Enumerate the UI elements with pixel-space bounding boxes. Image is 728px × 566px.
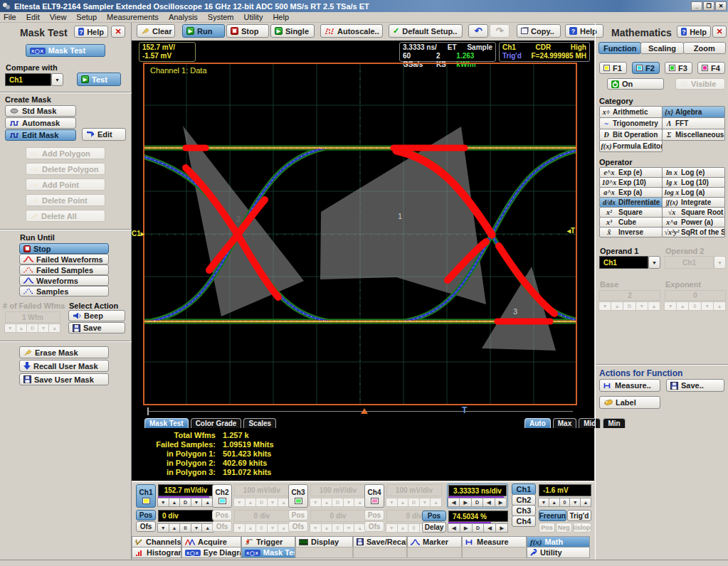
coarse-right-icon[interactable]: ▶ bbox=[495, 523, 508, 533]
fine-left-icon[interactable]: ◀ bbox=[448, 498, 460, 507]
fine-up-icon[interactable]: ▲ bbox=[676, 301, 689, 311]
dock-mask-test[interactable]: X◯X Mask Test bbox=[241, 547, 295, 558]
dock-utility[interactable]: Utility bbox=[527, 547, 590, 558]
default-button[interactable]: D bbox=[623, 301, 635, 311]
dropdown-arrow-icon[interactable]: ▼ bbox=[51, 73, 63, 86]
default-button[interactable]: D bbox=[255, 498, 268, 507]
minimize-icon[interactable]: _ bbox=[691, 1, 702, 11]
default-button[interactable]: D bbox=[332, 498, 344, 507]
freerun-button[interactable]: Freerun bbox=[539, 510, 566, 521]
slope-bislope-button[interactable]: Bislope bbox=[573, 523, 591, 533]
menu-file[interactable]: File bbox=[4, 13, 16, 21]
f2-button[interactable]: F2 bbox=[632, 62, 660, 74]
coarse-down-icon[interactable]: ▼ bbox=[701, 301, 714, 311]
run-button[interactable]: ▶ Run bbox=[182, 24, 225, 38]
save-user-mask-button[interactable]: Save User Mask bbox=[19, 373, 109, 385]
fine-up-icon[interactable]: ▲ bbox=[397, 498, 409, 507]
run-until-failed-waveforms[interactable]: Failed Waveforms bbox=[19, 254, 109, 265]
add-point-button[interactable]: + Add Point bbox=[26, 178, 105, 191]
fine-down-icon[interactable]: ▼ bbox=[233, 523, 246, 533]
fine-down-icon[interactable]: ▼ bbox=[310, 498, 322, 507]
dock-math[interactable]: f(x) Math bbox=[527, 536, 590, 548]
pos-button[interactable]: Pos bbox=[422, 511, 446, 521]
slope-pos-button[interactable]: Pos bbox=[539, 523, 555, 533]
pos-button[interactable]: Pos bbox=[288, 510, 308, 520]
dock-eye-diagram[interactable]: X◯X Eye Diagram bbox=[181, 547, 241, 558]
dock-trigger[interactable]: Trigger bbox=[241, 536, 295, 548]
menu-measurements[interactable]: Measurements bbox=[107, 13, 159, 21]
fine-right-icon[interactable]: ▶ bbox=[459, 498, 471, 507]
mask-test-toggle-button[interactable]: X◯X Mask Test bbox=[26, 44, 105, 57]
trigger-source-ch4[interactable]: Ch4 bbox=[512, 516, 536, 527]
horizontal-position-strip[interactable]: T bbox=[143, 407, 577, 417]
tab-max[interactable]: Max bbox=[553, 418, 576, 428]
tab-mask-test[interactable]: Mask Test bbox=[144, 418, 189, 428]
ofs-button[interactable]: Ofs bbox=[136, 521, 156, 532]
zero-button[interactable]: 0 bbox=[179, 523, 191, 533]
math-close-button[interactable]: ✕ bbox=[712, 26, 727, 38]
f1-button[interactable]: F1 bbox=[599, 62, 627, 74]
ch1-button[interactable]: Ch1 bbox=[136, 484, 156, 508]
function-on-button[interactable]: On bbox=[607, 78, 664, 90]
default-button[interactable]: D bbox=[471, 498, 483, 507]
edit-button[interactable]: Edit bbox=[82, 128, 126, 141]
default-button[interactable]: D bbox=[26, 324, 38, 333]
recall-user-mask-button[interactable]: Recall User Mask bbox=[19, 360, 109, 372]
fine-up-icon[interactable]: ▲ bbox=[16, 324, 28, 333]
f3-button[interactable]: F3 bbox=[665, 62, 692, 74]
coarse-down-icon[interactable]: ▼ bbox=[267, 498, 279, 507]
menu-utility[interactable]: Utility bbox=[244, 13, 263, 21]
zero-button[interactable]: 0 bbox=[255, 523, 268, 533]
trigger-source-ch1[interactable]: Ch1 bbox=[512, 484, 536, 495]
coarse-down-icon[interactable]: ▼ bbox=[191, 498, 203, 507]
run-until-samples[interactable]: Samples bbox=[19, 286, 109, 297]
single-button[interactable]: ▶ Single bbox=[270, 24, 315, 38]
category-miscellaneous[interactable]: Σ Miscellaneous bbox=[662, 129, 725, 141]
save-action-button[interactable]: Save bbox=[68, 322, 125, 333]
coarse-down-icon[interactable]: ▼ bbox=[343, 523, 355, 533]
tab-scales[interactable]: Scales bbox=[243, 418, 276, 428]
menu-edit[interactable]: Edit bbox=[26, 13, 40, 21]
stop-button[interactable]: Stop bbox=[226, 24, 269, 38]
coarse-down-icon[interactable]: ▼ bbox=[569, 498, 581, 507]
category-arithmetic[interactable]: x÷ Arithmetic bbox=[599, 106, 663, 118]
fine-up-icon[interactable]: ▲ bbox=[245, 498, 257, 507]
operand1-dropdown[interactable]: Ch1 ▼ bbox=[599, 256, 660, 269]
ch2-button[interactable]: Ch2 bbox=[212, 484, 232, 508]
coarse-down-icon[interactable]: ▼ bbox=[635, 301, 648, 311]
slope-neg-button[interactable]: Neg bbox=[556, 523, 572, 533]
operator-sqrt-of-squares[interactable]: √x²y²SqRt of the S bbox=[662, 227, 725, 237]
automask-button[interactable]: Automask bbox=[5, 117, 76, 129]
delete-all-button[interactable]: Delete All bbox=[26, 210, 105, 222]
edit-mask-button[interactable]: Edit Mask bbox=[5, 129, 76, 141]
save-function-button[interactable]: Save.. bbox=[666, 379, 724, 392]
operator-square[interactable]: x²Square bbox=[599, 207, 663, 218]
zero-button[interactable]: 0 bbox=[559, 498, 571, 507]
strip-handle[interactable] bbox=[147, 407, 149, 415]
zero-button[interactable]: 0 bbox=[688, 301, 701, 311]
fine-up-icon[interactable]: ▲ bbox=[397, 523, 409, 533]
tab-auto[interactable]: Auto bbox=[524, 418, 551, 428]
category-fft[interactable]: Λ FFT bbox=[662, 117, 725, 129]
dock-display[interactable]: Display bbox=[295, 536, 353, 548]
fine-down-icon[interactable]: ▼ bbox=[157, 523, 169, 533]
pos-button[interactable]: Pos bbox=[136, 510, 156, 520]
measure-action-button[interactable]: Measure.. bbox=[599, 379, 660, 392]
coarse-up-icon[interactable]: ▲ bbox=[648, 301, 660, 311]
mask-help-button[interactable]: ? Help bbox=[74, 26, 108, 38]
fine-up-icon[interactable]: ▲ bbox=[169, 523, 181, 533]
fine-down-icon[interactable]: ▼ bbox=[4, 324, 16, 333]
coarse-up-icon[interactable]: ▲ bbox=[580, 498, 591, 507]
coarse-up-icon[interactable]: ▲ bbox=[48, 324, 60, 333]
coarse-down-icon[interactable]: ▼ bbox=[267, 523, 279, 533]
menu-help[interactable]: Help bbox=[273, 13, 289, 21]
category-formula-editor[interactable]: f(x) Formula Editor bbox=[599, 140, 663, 152]
function-visible-button[interactable]: Visible bbox=[675, 78, 725, 90]
redo-button[interactable]: ↷ bbox=[490, 24, 510, 38]
trigger-source-ch2[interactable]: Ch2 bbox=[512, 494, 536, 506]
fine-right-icon[interactable]: ▶ bbox=[460, 523, 473, 533]
trigd-button[interactable]: Trig'd bbox=[567, 510, 591, 521]
dock-channels[interactable]: Channels bbox=[132, 536, 181, 548]
operator-cube[interactable]: x³Cube bbox=[599, 217, 663, 228]
fine-up-icon[interactable]: ▲ bbox=[245, 523, 257, 533]
